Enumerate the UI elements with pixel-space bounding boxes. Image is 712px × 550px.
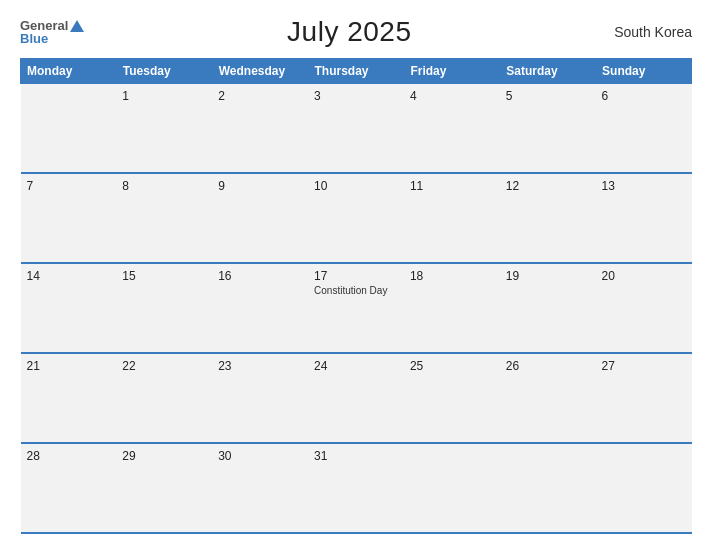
calendar-day-cell: 22 — [116, 353, 212, 443]
day-number: 17 — [314, 269, 398, 283]
day-number: 11 — [410, 179, 494, 193]
day-number: 26 — [506, 359, 590, 373]
calendar-day-cell — [596, 443, 692, 533]
calendar-day-cell — [21, 84, 117, 174]
event-label: Constitution Day — [314, 285, 398, 296]
calendar-day-cell: 23 — [212, 353, 308, 443]
calendar-body: 1234567891011121314151617Constitution Da… — [21, 84, 692, 534]
calendar-week-row: 78910111213 — [21, 173, 692, 263]
calendar-week-row: 14151617Constitution Day181920 — [21, 263, 692, 353]
calendar-day-cell: 13 — [596, 173, 692, 263]
calendar-week-row: 21222324252627 — [21, 353, 692, 443]
calendar-day-cell: 30 — [212, 443, 308, 533]
calendar-day-cell: 5 — [500, 84, 596, 174]
calendar-day-cell: 28 — [21, 443, 117, 533]
calendar-day-cell: 17Constitution Day — [308, 263, 404, 353]
day-number: 4 — [410, 89, 494, 103]
day-number: 23 — [218, 359, 302, 373]
day-number: 22 — [122, 359, 206, 373]
calendar-day-cell: 19 — [500, 263, 596, 353]
day-number: 14 — [27, 269, 111, 283]
day-number: 29 — [122, 449, 206, 463]
month-title: July 2025 — [287, 16, 411, 48]
calendar-day-cell: 25 — [404, 353, 500, 443]
day-number: 15 — [122, 269, 206, 283]
calendar-day-cell — [404, 443, 500, 533]
day-number: 6 — [602, 89, 686, 103]
calendar-day-cell: 24 — [308, 353, 404, 443]
calendar-day-cell: 27 — [596, 353, 692, 443]
day-of-week-header: Monday — [21, 59, 117, 84]
calendar-day-cell: 15 — [116, 263, 212, 353]
day-number: 8 — [122, 179, 206, 193]
calendar-day-cell: 26 — [500, 353, 596, 443]
day-number: 13 — [602, 179, 686, 193]
calendar-day-cell: 21 — [21, 353, 117, 443]
calendar-day-cell — [500, 443, 596, 533]
svg-marker-0 — [70, 20, 84, 32]
day-number: 18 — [410, 269, 494, 283]
calendar-day-cell: 8 — [116, 173, 212, 263]
calendar-day-cell: 6 — [596, 84, 692, 174]
day-of-week-header: Sunday — [596, 59, 692, 84]
day-of-week-header: Thursday — [308, 59, 404, 84]
day-number: 24 — [314, 359, 398, 373]
calendar-day-cell: 4 — [404, 84, 500, 174]
day-number: 28 — [27, 449, 111, 463]
country-label: South Korea — [614, 24, 692, 40]
logo-triangle-icon — [70, 20, 84, 32]
day-number: 27 — [602, 359, 686, 373]
calendar-day-cell: 11 — [404, 173, 500, 263]
calendar-day-cell: 14 — [21, 263, 117, 353]
day-number: 1 — [122, 89, 206, 103]
calendar-day-cell: 2 — [212, 84, 308, 174]
day-number: 20 — [602, 269, 686, 283]
calendar-day-cell: 7 — [21, 173, 117, 263]
day-number: 10 — [314, 179, 398, 193]
calendar-day-cell: 3 — [308, 84, 404, 174]
calendar-week-row: 123456 — [21, 84, 692, 174]
day-number: 5 — [506, 89, 590, 103]
calendar-day-cell: 1 — [116, 84, 212, 174]
calendar-day-cell: 9 — [212, 173, 308, 263]
day-number: 19 — [506, 269, 590, 283]
calendar-day-cell: 16 — [212, 263, 308, 353]
day-of-week-header: Friday — [404, 59, 500, 84]
calendar-day-cell: 10 — [308, 173, 404, 263]
day-number: 25 — [410, 359, 494, 373]
day-number: 2 — [218, 89, 302, 103]
day-number: 12 — [506, 179, 590, 193]
calendar-day-cell: 31 — [308, 443, 404, 533]
logo-blue-text: Blue — [20, 31, 48, 46]
day-of-week-header: Wednesday — [212, 59, 308, 84]
calendar-day-cell: 18 — [404, 263, 500, 353]
calendar-table: MondayTuesdayWednesdayThursdayFridaySatu… — [20, 58, 692, 534]
day-number: 7 — [27, 179, 111, 193]
day-number: 30 — [218, 449, 302, 463]
day-number: 16 — [218, 269, 302, 283]
calendar-day-cell: 20 — [596, 263, 692, 353]
day-of-week-header: Saturday — [500, 59, 596, 84]
calendar-week-row: 28293031 — [21, 443, 692, 533]
calendar-header: General Blue July 2025 South Korea — [20, 16, 692, 48]
day-number: 3 — [314, 89, 398, 103]
day-number: 21 — [27, 359, 111, 373]
calendar-header-row: MondayTuesdayWednesdayThursdayFridaySatu… — [21, 59, 692, 84]
day-number: 31 — [314, 449, 398, 463]
day-number: 9 — [218, 179, 302, 193]
calendar-day-cell: 29 — [116, 443, 212, 533]
day-of-week-header: Tuesday — [116, 59, 212, 84]
logo: General Blue — [20, 18, 84, 46]
calendar-day-cell: 12 — [500, 173, 596, 263]
